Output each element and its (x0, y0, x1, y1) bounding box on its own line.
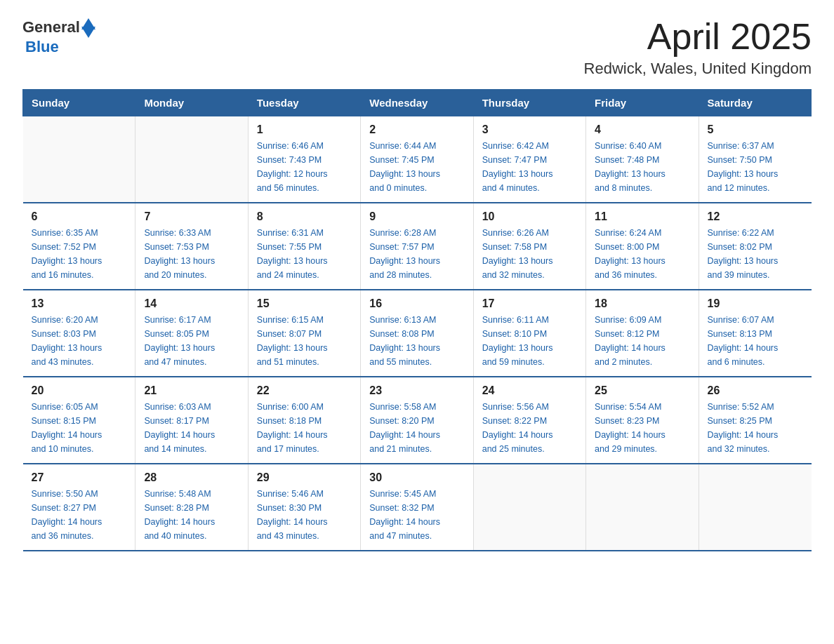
day-number: 6 (32, 210, 127, 223)
calendar-cell: 26Sunrise: 5:52 AMSunset: 8:25 PMDayligh… (699, 377, 811, 464)
day-number: 13 (32, 297, 127, 310)
day-detail: Sunrise: 6:15 AMSunset: 8:07 PMDaylight:… (257, 313, 352, 369)
calendar-cell: 19Sunrise: 6:07 AMSunset: 8:13 PMDayligh… (699, 290, 811, 377)
calendar-cell: 14Sunrise: 6:17 AMSunset: 8:05 PMDayligh… (135, 290, 248, 377)
calendar-week-5: 27Sunrise: 5:50 AMSunset: 8:27 PMDayligh… (23, 464, 812, 551)
calendar-header-sunday: Sunday (23, 90, 135, 116)
calendar-week-4: 20Sunrise: 6:05 AMSunset: 8:15 PMDayligh… (23, 377, 812, 464)
day-number: 23 (369, 384, 464, 397)
calendar-cell: 25Sunrise: 5:54 AMSunset: 8:23 PMDayligh… (586, 377, 699, 464)
calendar-cell (699, 464, 811, 551)
calendar-cell: 30Sunrise: 5:45 AMSunset: 8:32 PMDayligh… (361, 464, 473, 551)
calendar-week-2: 6Sunrise: 6:35 AMSunset: 7:52 PMDaylight… (23, 203, 812, 290)
day-detail: Sunrise: 6:24 AMSunset: 8:00 PMDaylight:… (595, 226, 689, 282)
day-detail: Sunrise: 6:37 AMSunset: 7:50 PMDaylight:… (708, 139, 803, 195)
day-number: 3 (482, 123, 577, 136)
day-number: 18 (595, 297, 689, 310)
day-number: 16 (369, 297, 464, 310)
calendar-cell: 10Sunrise: 6:26 AMSunset: 7:58 PMDayligh… (473, 203, 585, 290)
day-detail: Sunrise: 5:58 AMSunset: 8:20 PMDaylight:… (369, 400, 464, 456)
day-detail: Sunrise: 6:26 AMSunset: 7:58 PMDaylight:… (482, 226, 577, 282)
day-detail: Sunrise: 6:11 AMSunset: 8:10 PMDaylight:… (482, 313, 577, 369)
day-detail: Sunrise: 6:31 AMSunset: 7:55 PMDaylight:… (257, 226, 352, 282)
day-number: 1 (257, 123, 352, 136)
day-detail: Sunrise: 5:46 AMSunset: 8:30 PMDaylight:… (257, 487, 352, 543)
day-detail: Sunrise: 6:03 AMSunset: 8:17 PMDaylight:… (144, 400, 239, 456)
day-number: 29 (257, 471, 352, 484)
day-number: 4 (595, 123, 689, 136)
logo-text-general: General (22, 18, 80, 36)
day-number: 15 (257, 297, 352, 310)
day-number: 5 (708, 123, 803, 136)
day-number: 11 (595, 210, 689, 223)
calendar-cell: 18Sunrise: 6:09 AMSunset: 8:12 PMDayligh… (586, 290, 699, 377)
calendar-week-1: 1Sunrise: 6:46 AMSunset: 7:43 PMDaylight… (23, 116, 812, 203)
day-detail: Sunrise: 6:13 AMSunset: 8:08 PMDaylight:… (369, 313, 464, 369)
calendar-header-thursday: Thursday (473, 90, 585, 116)
calendar-cell: 22Sunrise: 6:00 AMSunset: 8:18 PMDayligh… (248, 377, 360, 464)
calendar-cell: 8Sunrise: 6:31 AMSunset: 7:55 PMDaylight… (248, 203, 360, 290)
title-block: April 2025 Redwick, Wales, United Kingdo… (584, 17, 812, 78)
calendar-cell: 11Sunrise: 6:24 AMSunset: 8:00 PMDayligh… (586, 203, 699, 290)
logo: General Blue (22, 17, 95, 56)
day-detail: Sunrise: 6:42 AMSunset: 7:47 PMDaylight:… (482, 139, 577, 195)
day-detail: Sunrise: 6:22 AMSunset: 8:02 PMDaylight:… (708, 226, 803, 282)
day-detail: Sunrise: 5:48 AMSunset: 8:28 PMDaylight:… (144, 487, 239, 543)
day-detail: Sunrise: 5:56 AMSunset: 8:22 PMDaylight:… (482, 400, 577, 456)
calendar-cell: 20Sunrise: 6:05 AMSunset: 8:15 PMDayligh… (23, 377, 135, 464)
calendar-header-wednesday: Wednesday (361, 90, 473, 116)
day-detail: Sunrise: 6:20 AMSunset: 8:03 PMDaylight:… (32, 313, 127, 369)
calendar-cell (586, 464, 699, 551)
day-detail: Sunrise: 6:46 AMSunset: 7:43 PMDaylight:… (257, 139, 352, 195)
day-number: 17 (482, 297, 577, 310)
calendar-cell: 7Sunrise: 6:33 AMSunset: 7:53 PMDaylight… (135, 203, 248, 290)
day-number: 14 (144, 297, 239, 310)
calendar-cell: 24Sunrise: 5:56 AMSunset: 8:22 PMDayligh… (473, 377, 585, 464)
calendar-header-row: SundayMondayTuesdayWednesdayThursdayFrid… (23, 90, 812, 116)
day-detail: Sunrise: 6:07 AMSunset: 8:13 PMDaylight:… (708, 313, 803, 369)
day-detail: Sunrise: 6:44 AMSunset: 7:45 PMDaylight:… (369, 139, 464, 195)
calendar-cell (473, 464, 585, 551)
day-number: 9 (369, 210, 464, 223)
subtitle: Redwick, Wales, United Kingdom (584, 60, 812, 78)
calendar-cell (23, 116, 135, 203)
calendar-cell: 12Sunrise: 6:22 AMSunset: 8:02 PMDayligh… (699, 203, 811, 290)
calendar-cell: 9Sunrise: 6:28 AMSunset: 7:57 PMDaylight… (361, 203, 473, 290)
day-detail: Sunrise: 5:54 AMSunset: 8:23 PMDaylight:… (595, 400, 689, 456)
calendar-header-tuesday: Tuesday (248, 90, 360, 116)
day-number: 7 (144, 210, 239, 223)
calendar-header-monday: Monday (135, 90, 248, 116)
logo-text-blue: Blue (25, 38, 59, 56)
calendar-cell: 3Sunrise: 6:42 AMSunset: 7:47 PMDaylight… (473, 116, 585, 203)
day-number: 28 (144, 471, 239, 484)
day-number: 26 (708, 384, 803, 397)
day-number: 30 (369, 471, 464, 484)
day-number: 22 (257, 384, 352, 397)
day-detail: Sunrise: 6:33 AMSunset: 7:53 PMDaylight:… (144, 226, 239, 282)
calendar: SundayMondayTuesdayWednesdayThursdayFrid… (22, 89, 812, 551)
calendar-cell: 2Sunrise: 6:44 AMSunset: 7:45 PMDaylight… (361, 116, 473, 203)
day-detail: Sunrise: 6:28 AMSunset: 7:57 PMDaylight:… (369, 226, 464, 282)
day-detail: Sunrise: 6:40 AMSunset: 7:48 PMDaylight:… (595, 139, 689, 195)
calendar-cell: 15Sunrise: 6:15 AMSunset: 8:07 PMDayligh… (248, 290, 360, 377)
calendar-cell: 23Sunrise: 5:58 AMSunset: 8:20 PMDayligh… (361, 377, 473, 464)
page-header: General Blue April 2025 Redwick, Wales, … (22, 17, 812, 78)
calendar-cell: 6Sunrise: 6:35 AMSunset: 7:52 PMDaylight… (23, 203, 135, 290)
day-number: 2 (369, 123, 464, 136)
day-number: 25 (595, 384, 689, 397)
calendar-cell: 4Sunrise: 6:40 AMSunset: 7:48 PMDaylight… (586, 116, 699, 203)
calendar-cell: 28Sunrise: 5:48 AMSunset: 8:28 PMDayligh… (135, 464, 248, 551)
calendar-week-3: 13Sunrise: 6:20 AMSunset: 8:03 PMDayligh… (23, 290, 812, 377)
day-detail: Sunrise: 6:09 AMSunset: 8:12 PMDaylight:… (595, 313, 689, 369)
day-number: 8 (257, 210, 352, 223)
calendar-cell: 16Sunrise: 6:13 AMSunset: 8:08 PMDayligh… (361, 290, 473, 377)
day-number: 27 (32, 471, 127, 484)
calendar-header-friday: Friday (586, 90, 699, 116)
main-title: April 2025 (584, 17, 812, 57)
calendar-cell: 27Sunrise: 5:50 AMSunset: 8:27 PMDayligh… (23, 464, 135, 551)
day-number: 19 (708, 297, 803, 310)
calendar-cell: 17Sunrise: 6:11 AMSunset: 8:10 PMDayligh… (473, 290, 585, 377)
calendar-cell (135, 116, 248, 203)
day-detail: Sunrise: 5:50 AMSunset: 8:27 PMDaylight:… (32, 487, 127, 543)
day-number: 10 (482, 210, 577, 223)
